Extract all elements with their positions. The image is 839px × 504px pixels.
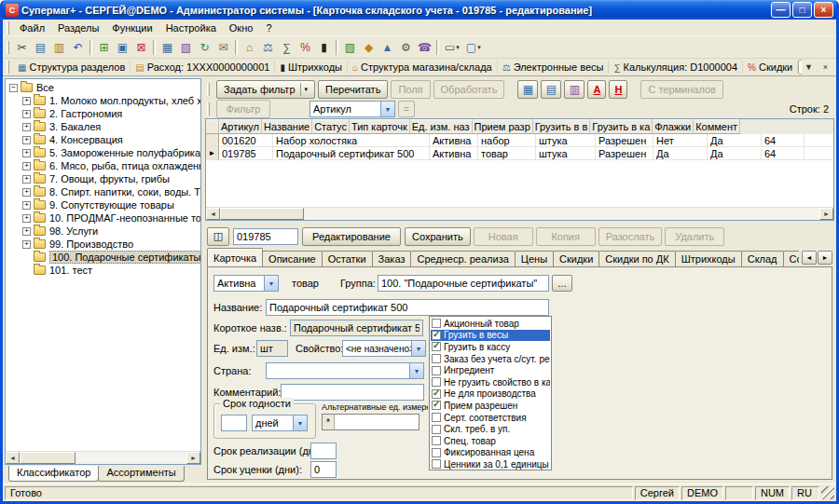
delete-record-icon[interactable]: ⊠▾ bbox=[132, 38, 150, 56]
card-tab[interactable]: Скидки по ДК bbox=[598, 251, 675, 266]
section-tab[interactable]: ▤Расход: 1XXX0000000001 bbox=[131, 61, 275, 74]
column-header[interactable]: Флажки bbox=[653, 119, 694, 134]
maximize-button[interactable]: □ bbox=[792, 2, 812, 18]
shelf-unit-combo[interactable]: дней ▼ bbox=[252, 415, 308, 431]
column-header[interactable]: Статус bbox=[312, 119, 350, 134]
cut-icon[interactable]: ✂▾ bbox=[13, 38, 31, 56]
from-terminals-button[interactable]: С терминалов bbox=[640, 80, 723, 99]
undo-icon[interactable]: ↶▾ bbox=[69, 38, 87, 56]
card-tab[interactable]: Цены bbox=[515, 251, 554, 266]
mode-button[interactable]: Редактирование bbox=[302, 227, 401, 246]
tree-expander-icon[interactable] bbox=[22, 123, 31, 131]
tree-expander-icon[interactable] bbox=[22, 188, 31, 197]
card-number-field[interactable] bbox=[233, 228, 298, 245]
checkbox-icon[interactable] bbox=[432, 342, 441, 351]
mail-icon[interactable]: ✉▾ bbox=[214, 38, 232, 56]
comment-input[interactable] bbox=[281, 384, 424, 401]
tree-item[interactable]: 5. Замороженные полуфабрикаты bbox=[7, 146, 200, 159]
realization-period-input[interactable] bbox=[310, 443, 337, 459]
scroll-thumb[interactable] bbox=[220, 208, 304, 220]
property-combo[interactable]: <не назначено> ▼ bbox=[342, 340, 426, 357]
section-tab[interactable]: ⚖Электронные весы bbox=[498, 61, 610, 74]
card-tab[interactable]: Заказ bbox=[372, 251, 412, 266]
barcode-icon[interactable]: ▮▾ bbox=[315, 38, 333, 56]
refresh-icon[interactable]: ↻▾ bbox=[196, 38, 213, 56]
combo-arrow-icon[interactable]: ▼ bbox=[293, 415, 307, 430]
alt-units-grid[interactable]: * bbox=[322, 414, 420, 430]
toolbar-grip[interactable] bbox=[207, 83, 210, 96]
checkbox-icon[interactable] bbox=[432, 459, 441, 469]
group-select-button[interactable]: … bbox=[552, 275, 572, 292]
title-bar[interactable]: С Супермаг+ - СЕРГЕЙ@DEMO - Администрато… bbox=[3, 0, 836, 20]
name-input[interactable] bbox=[266, 299, 549, 316]
status-combo[interactable]: Активна ▼ bbox=[213, 275, 279, 292]
tree-expander-icon[interactable] bbox=[22, 136, 31, 144]
checkbox-icon[interactable] bbox=[432, 413, 441, 422]
scroll-thumb[interactable] bbox=[20, 452, 76, 464]
flag-checkbox-row[interactable]: Не грузить свойство в кассу bbox=[431, 376, 550, 388]
column-header[interactable]: Тип карточк bbox=[350, 119, 410, 134]
flag-checkbox-row[interactable]: Заказ без учета с/сут. реализ bbox=[431, 353, 550, 365]
card-action-button[interactable]: Удалить bbox=[665, 227, 724, 246]
menu-item[interactable]: Файл bbox=[13, 20, 51, 35]
menu-item[interactable]: Настройка bbox=[159, 20, 223, 35]
card-action-button[interactable]: Разослать bbox=[598, 227, 663, 246]
filter-field-combo[interactable]: Артикул ▼ bbox=[309, 101, 395, 117]
card-tab[interactable]: Карточка bbox=[207, 248, 263, 266]
card-tab[interactable]: Остатки bbox=[322, 251, 373, 266]
tree-item[interactable]: 9. Сопутствующие товары bbox=[7, 198, 200, 211]
font-n-button[interactable]: Н bbox=[609, 80, 627, 99]
tabs-scroll-left-button[interactable]: ◄ bbox=[802, 251, 817, 265]
form-view-icon[interactable]: ▤ bbox=[541, 80, 561, 99]
sum-view-icon[interactable]: ▥ bbox=[564, 80, 585, 99]
tree-item[interactable]: 1. Молоко мол.продукты, хлеб х/б издели bbox=[7, 94, 200, 107]
tree-item[interactable]: 100. Подарочные сертификаты bbox=[7, 251, 200, 264]
card-tab[interactable]: Состав bbox=[783, 251, 799, 266]
markdown-period-input[interactable] bbox=[310, 461, 337, 478]
card-action-button[interactable]: Копия bbox=[536, 227, 596, 246]
combo-arrow-icon[interactable]: ▼ bbox=[409, 363, 423, 378]
combo-arrow-icon[interactable]: ▼ bbox=[411, 341, 425, 356]
section-tab[interactable]: ∑Калькуляция: D1000004 bbox=[609, 61, 743, 74]
menu-item[interactable]: ? bbox=[259, 20, 278, 35]
column-header[interactable]: Грузить в ка bbox=[590, 119, 653, 134]
prices-icon[interactable]: ◆▾ bbox=[360, 38, 378, 56]
dropdown-arrow-icon[interactable]: ▾ bbox=[300, 83, 309, 96]
card-list-toggle-button[interactable]: ◫ bbox=[207, 227, 229, 246]
copy-icon[interactable]: ▤▾ bbox=[32, 38, 49, 56]
tree-item[interactable]: 6. Мясо, рыба, птица охлажденное bbox=[7, 159, 200, 172]
close-button[interactable]: × bbox=[814, 2, 833, 18]
panel-tab[interactable]: Ассортименты bbox=[98, 466, 184, 482]
toolbar-grip[interactable] bbox=[207, 102, 210, 116]
toolbar-grip[interactable] bbox=[7, 41, 9, 54]
flag-checkbox-row[interactable]: Грузить в весы bbox=[431, 330, 550, 342]
combo-arrow-icon[interactable]: ▼ bbox=[264, 276, 278, 291]
tree-expander-icon[interactable] bbox=[22, 214, 31, 223]
group-field[interactable] bbox=[378, 275, 549, 292]
country-combo[interactable]: ▼ bbox=[266, 362, 424, 379]
scales-icon[interactable]: ⚖▾ bbox=[259, 38, 277, 56]
tree-item[interactable]: 3. Бакалея bbox=[7, 120, 200, 133]
flag-checkbox-row[interactable]: Ингредиент bbox=[431, 364, 550, 376]
documents-icon[interactable]: ▧▾ bbox=[177, 38, 195, 56]
section-close-button[interactable]: × bbox=[818, 61, 832, 75]
checkbox-icon[interactable] bbox=[432, 425, 441, 434]
edit-record-icon[interactable]: ▣▾ bbox=[114, 38, 131, 56]
section-tab[interactable]: %Скидки bbox=[743, 61, 798, 74]
table-row[interactable]: ► 019785 Подарочный сертификат 500 Актив… bbox=[206, 147, 833, 160]
tree-expander-icon[interactable] bbox=[9, 84, 18, 92]
tree-item[interactable]: 2. Гастрономия bbox=[7, 107, 200, 120]
checkbox-icon[interactable] bbox=[432, 401, 441, 410]
paste-icon[interactable]: ▥▾ bbox=[50, 38, 68, 56]
section-tab[interactable]: ⌂Структура магазина/склада bbox=[348, 61, 498, 74]
section-tab[interactable]: ▦Структура разделов bbox=[13, 61, 131, 74]
tree-item[interactable]: 99. Производство bbox=[7, 238, 200, 251]
print-menu-icon[interactable]: ▭▾ bbox=[442, 38, 462, 56]
menu-item[interactable]: Функции bbox=[105, 20, 158, 35]
minimize-button[interactable]: — bbox=[771, 2, 791, 18]
scroll-left-button[interactable]: ◄ bbox=[6, 452, 20, 464]
card-tab[interactable]: Описание bbox=[262, 251, 323, 266]
column-header[interactable]: Ед. изм. наз bbox=[410, 119, 473, 134]
alt-units-cell[interactable] bbox=[335, 415, 419, 429]
tree-expander-icon[interactable] bbox=[22, 110, 31, 118]
